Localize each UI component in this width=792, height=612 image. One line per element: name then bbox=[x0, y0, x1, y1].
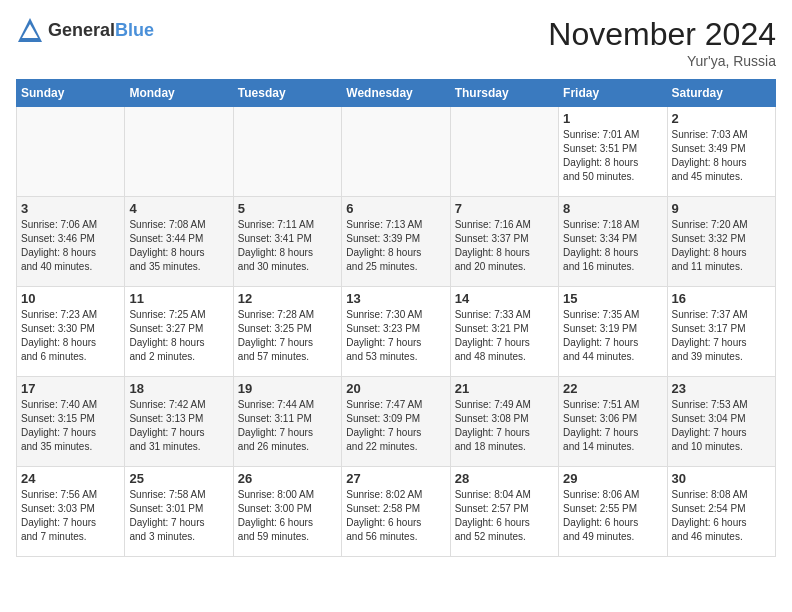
day-info: and 31 minutes. bbox=[129, 440, 228, 454]
day-of-week-header: Monday bbox=[125, 80, 233, 107]
day-info: Sunset: 3:00 PM bbox=[238, 502, 337, 516]
day-info: Sunrise: 7:51 AM bbox=[563, 398, 662, 412]
day-info: Daylight: 7 hours bbox=[455, 336, 554, 350]
calendar-cell: 28Sunrise: 8:04 AMSunset: 2:57 PMDayligh… bbox=[450, 467, 558, 557]
calendar-cell: 20Sunrise: 7:47 AMSunset: 3:09 PMDayligh… bbox=[342, 377, 450, 467]
calendar-cell: 13Sunrise: 7:30 AMSunset: 3:23 PMDayligh… bbox=[342, 287, 450, 377]
day-info: Daylight: 7 hours bbox=[21, 516, 120, 530]
calendar-cell: 4Sunrise: 7:08 AMSunset: 3:44 PMDaylight… bbox=[125, 197, 233, 287]
day-number: 20 bbox=[346, 381, 445, 396]
day-number: 12 bbox=[238, 291, 337, 306]
day-info: and 20 minutes. bbox=[455, 260, 554, 274]
day-info: and 56 minutes. bbox=[346, 530, 445, 544]
day-number: 16 bbox=[672, 291, 771, 306]
day-info: and 40 minutes. bbox=[21, 260, 120, 274]
day-number: 17 bbox=[21, 381, 120, 396]
day-info: and 18 minutes. bbox=[455, 440, 554, 454]
day-of-week-header: Friday bbox=[559, 80, 667, 107]
day-number: 18 bbox=[129, 381, 228, 396]
day-info: and 46 minutes. bbox=[672, 530, 771, 544]
day-info: Daylight: 8 hours bbox=[563, 156, 662, 170]
day-info: and 10 minutes. bbox=[672, 440, 771, 454]
day-info: and 49 minutes. bbox=[563, 530, 662, 544]
day-info: Sunrise: 7:01 AM bbox=[563, 128, 662, 142]
day-of-week-header: Tuesday bbox=[233, 80, 341, 107]
day-info: and 11 minutes. bbox=[672, 260, 771, 274]
day-info: and 22 minutes. bbox=[346, 440, 445, 454]
day-number: 13 bbox=[346, 291, 445, 306]
day-info: Daylight: 7 hours bbox=[129, 426, 228, 440]
day-number: 10 bbox=[21, 291, 120, 306]
day-info: Sunset: 3:34 PM bbox=[563, 232, 662, 246]
day-info: Sunrise: 7:30 AM bbox=[346, 308, 445, 322]
day-number: 23 bbox=[672, 381, 771, 396]
logo: GeneralBlue bbox=[16, 16, 154, 44]
day-info: Sunset: 3:30 PM bbox=[21, 322, 120, 336]
calendar-cell: 14Sunrise: 7:33 AMSunset: 3:21 PMDayligh… bbox=[450, 287, 558, 377]
day-info: Sunset: 2:57 PM bbox=[455, 502, 554, 516]
calendar-cell bbox=[342, 107, 450, 197]
day-info: Daylight: 8 hours bbox=[563, 246, 662, 260]
day-info: Sunrise: 8:08 AM bbox=[672, 488, 771, 502]
day-info: Sunset: 3:09 PM bbox=[346, 412, 445, 426]
calendar-cell bbox=[125, 107, 233, 197]
day-info: Sunrise: 7:49 AM bbox=[455, 398, 554, 412]
header-row: SundayMondayTuesdayWednesdayThursdayFrid… bbox=[17, 80, 776, 107]
day-number: 29 bbox=[563, 471, 662, 486]
day-number: 28 bbox=[455, 471, 554, 486]
day-info: Sunset: 3:27 PM bbox=[129, 322, 228, 336]
day-info: Sunset: 3:19 PM bbox=[563, 322, 662, 336]
day-number: 9 bbox=[672, 201, 771, 216]
day-info: and 48 minutes. bbox=[455, 350, 554, 364]
day-number: 14 bbox=[455, 291, 554, 306]
calendar-header: SundayMondayTuesdayWednesdayThursdayFrid… bbox=[17, 80, 776, 107]
day-info: and 35 minutes. bbox=[21, 440, 120, 454]
day-info: Sunset: 3:46 PM bbox=[21, 232, 120, 246]
day-info: and 45 minutes. bbox=[672, 170, 771, 184]
day-info: Sunset: 3:49 PM bbox=[672, 142, 771, 156]
calendar-cell: 30Sunrise: 8:08 AMSunset: 2:54 PMDayligh… bbox=[667, 467, 775, 557]
day-number: 22 bbox=[563, 381, 662, 396]
calendar-week-row: 17Sunrise: 7:40 AMSunset: 3:15 PMDayligh… bbox=[17, 377, 776, 467]
day-info: Sunset: 2:58 PM bbox=[346, 502, 445, 516]
calendar-cell: 15Sunrise: 7:35 AMSunset: 3:19 PMDayligh… bbox=[559, 287, 667, 377]
day-info: Sunrise: 7:08 AM bbox=[129, 218, 228, 232]
calendar-cell: 27Sunrise: 8:02 AMSunset: 2:58 PMDayligh… bbox=[342, 467, 450, 557]
day-info: Sunset: 3:51 PM bbox=[563, 142, 662, 156]
day-info: and 25 minutes. bbox=[346, 260, 445, 274]
day-info: Daylight: 6 hours bbox=[672, 516, 771, 530]
day-info: and 26 minutes. bbox=[238, 440, 337, 454]
day-info: Sunset: 3:23 PM bbox=[346, 322, 445, 336]
calendar-cell: 16Sunrise: 7:37 AMSunset: 3:17 PMDayligh… bbox=[667, 287, 775, 377]
calendar-cell: 23Sunrise: 7:53 AMSunset: 3:04 PMDayligh… bbox=[667, 377, 775, 467]
day-info: Daylight: 6 hours bbox=[455, 516, 554, 530]
calendar-cell: 17Sunrise: 7:40 AMSunset: 3:15 PMDayligh… bbox=[17, 377, 125, 467]
day-info: and 53 minutes. bbox=[346, 350, 445, 364]
day-info: and 16 minutes. bbox=[563, 260, 662, 274]
day-info: Daylight: 7 hours bbox=[563, 426, 662, 440]
calendar-cell bbox=[233, 107, 341, 197]
day-info: and 35 minutes. bbox=[129, 260, 228, 274]
day-info: Sunrise: 8:06 AM bbox=[563, 488, 662, 502]
day-info: Sunset: 3:39 PM bbox=[346, 232, 445, 246]
day-number: 7 bbox=[455, 201, 554, 216]
day-info: Daylight: 8 hours bbox=[129, 336, 228, 350]
day-info: Sunrise: 7:47 AM bbox=[346, 398, 445, 412]
day-info: Sunrise: 7:18 AM bbox=[563, 218, 662, 232]
month-title: November 2024 bbox=[548, 16, 776, 53]
calendar-week-row: 10Sunrise: 7:23 AMSunset: 3:30 PMDayligh… bbox=[17, 287, 776, 377]
calendar-cell: 24Sunrise: 7:56 AMSunset: 3:03 PMDayligh… bbox=[17, 467, 125, 557]
day-info: Sunset: 3:37 PM bbox=[455, 232, 554, 246]
day-info: and 44 minutes. bbox=[563, 350, 662, 364]
day-info: and 14 minutes. bbox=[563, 440, 662, 454]
calendar-cell: 25Sunrise: 7:58 AMSunset: 3:01 PMDayligh… bbox=[125, 467, 233, 557]
day-info: Sunrise: 8:02 AM bbox=[346, 488, 445, 502]
calendar-cell bbox=[450, 107, 558, 197]
day-number: 4 bbox=[129, 201, 228, 216]
day-info: Daylight: 6 hours bbox=[238, 516, 337, 530]
day-info: Sunset: 3:41 PM bbox=[238, 232, 337, 246]
day-info: Sunrise: 8:04 AM bbox=[455, 488, 554, 502]
day-info: Daylight: 7 hours bbox=[238, 336, 337, 350]
day-info: and 57 minutes. bbox=[238, 350, 337, 364]
day-info: Sunset: 3:08 PM bbox=[455, 412, 554, 426]
